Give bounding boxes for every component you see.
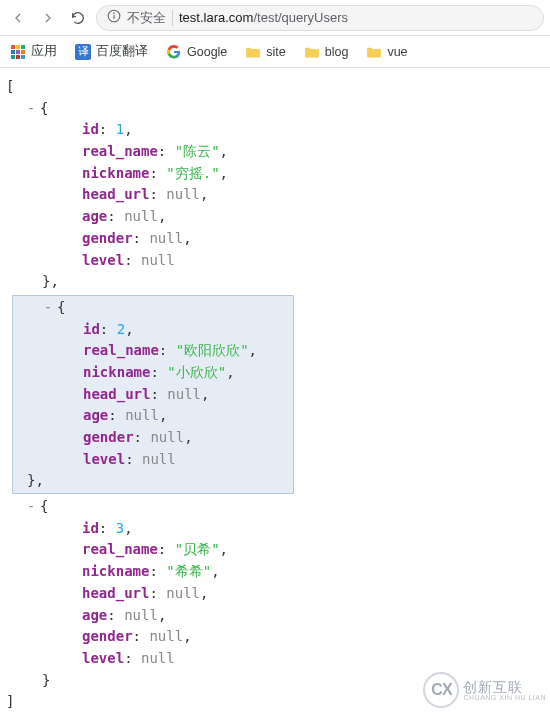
watermark-py: CHUANG XIN HU LIAN: [463, 694, 546, 701]
json-row-age: age: null,: [13, 405, 293, 427]
json-row-id: id: 2,: [13, 319, 293, 341]
bookmark-label: blog: [325, 45, 349, 59]
json-row-level: level: null: [13, 449, 293, 471]
json-object-open[interactable]: -{: [6, 98, 544, 120]
bookmark-google[interactable]: Google: [166, 44, 227, 60]
json-row-id: id: 1,: [6, 119, 544, 141]
reload-icon: [70, 10, 86, 26]
json-row-real-name: real_name: "陈云",: [6, 141, 544, 163]
svg-point-2: [114, 13, 115, 14]
json-row-gender: gender: null,: [6, 626, 544, 648]
address-separator: [172, 10, 173, 26]
back-button[interactable]: [6, 6, 30, 30]
apps-icon: [10, 44, 26, 60]
collapse-icon[interactable]: -: [26, 98, 36, 120]
reload-button[interactable]: [66, 6, 90, 30]
forward-button[interactable]: [36, 6, 60, 30]
json-row-head-url: head_url: null,: [13, 384, 293, 406]
json-object-close: },: [13, 470, 293, 492]
watermark-badge: CX: [423, 672, 459, 708]
json-row-gender: gender: null,: [6, 228, 544, 250]
json-row-nickname: nickname: "穷摇.",: [6, 163, 544, 185]
url-text: test.lara.com/test/queryUsers: [179, 10, 348, 25]
json-object-open[interactable]: -{: [6, 496, 544, 518]
bookmark-label: site: [266, 45, 285, 59]
bookmark-baidu-translate[interactable]: 译 百度翻译: [75, 43, 148, 60]
folder-icon: [245, 44, 261, 60]
json-row-age: age: null,: [6, 206, 544, 228]
insecure-label: 不安全: [127, 9, 166, 27]
arrow-left-icon: [10, 10, 26, 26]
json-row-level: level: null: [6, 648, 544, 670]
bookmark-apps[interactable]: 应用: [10, 43, 57, 60]
arrow-right-icon: [40, 10, 56, 26]
bookmark-vue[interactable]: vue: [366, 44, 407, 60]
bookmarks-bar: 应用 译 百度翻译 Google site blog vue: [0, 36, 550, 68]
json-object-highlighted[interactable]: -{ id: 2, real_name: "欧阳欣欣", nickname: "…: [12, 295, 294, 494]
address-bar[interactable]: 不安全 test.lara.com/test/queryUsers: [96, 5, 544, 31]
json-row-head-url: head_url: null,: [6, 583, 544, 605]
json-row-id: id: 3,: [6, 518, 544, 540]
watermark-logo: CX 创新互联 CHUANG XIN HU LIAN: [423, 672, 546, 708]
bookmark-label: 应用: [31, 43, 57, 60]
bookmark-label: vue: [387, 45, 407, 59]
json-row-age: age: null,: [6, 605, 544, 627]
bookmark-site[interactable]: site: [245, 44, 285, 60]
json-row-gender: gender: null,: [13, 427, 293, 449]
translate-icon: 译: [75, 44, 91, 60]
bookmark-label: Google: [187, 45, 227, 59]
json-row-head-url: head_url: null,: [6, 184, 544, 206]
bookmark-label: 百度翻译: [96, 43, 148, 60]
info-icon: [107, 9, 121, 26]
json-row-nickname: nickname: "希希",: [6, 561, 544, 583]
collapse-icon[interactable]: -: [26, 496, 36, 518]
watermark-cn: 创新互联: [463, 680, 546, 694]
json-row-nickname: nickname: "小欣欣",: [13, 362, 293, 384]
json-row-level: level: null: [6, 250, 544, 272]
json-object-close: },: [6, 271, 544, 293]
browser-toolbar: 不安全 test.lara.com/test/queryUsers: [0, 0, 550, 36]
json-array-open: [: [6, 76, 544, 98]
json-row-real-name: real_name: "贝希",: [6, 539, 544, 561]
json-row-real-name: real_name: "欧阳欣欣",: [13, 340, 293, 362]
json-viewer: [ -{ id: 1, real_name: "陈云", nickname: "…: [0, 68, 550, 712]
folder-icon: [366, 44, 382, 60]
bookmark-blog[interactable]: blog: [304, 44, 349, 60]
collapse-icon[interactable]: -: [43, 297, 53, 319]
google-icon: [166, 44, 182, 60]
folder-icon: [304, 44, 320, 60]
